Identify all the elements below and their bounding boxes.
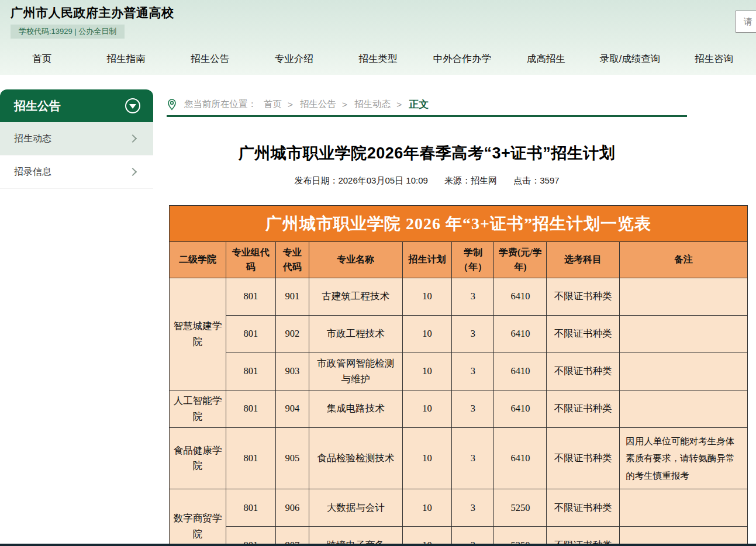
sidebar-item[interactable]: 招生动态	[0, 122, 153, 155]
major-cell: 古建筑工程技术	[309, 278, 402, 316]
group-code-cell: 801	[226, 353, 275, 391]
search-input[interactable]: 请	[735, 11, 756, 33]
major-code-cell: 903	[275, 353, 309, 391]
nav-item[interactable]: 招生咨询	[672, 44, 756, 75]
nav-item[interactable]: 成高招生	[504, 44, 588, 75]
years-cell: 3	[452, 428, 494, 489]
tuition-cell: 6410	[494, 391, 547, 428]
table-title: 广州城市职业学院 2026 年“3+证书”招生计划一览表	[170, 206, 748, 242]
school-code-badge: 学校代码:13929 | 公办全日制	[11, 25, 125, 39]
chevron-right-icon	[129, 134, 137, 143]
breadcrumb-prefix: 您当前所在位置：	[184, 98, 257, 110]
remark-cell: 因用人单位可能对考生身体素质有要求，请转氨酶异常的考生慎重报考	[620, 428, 748, 489]
breadcrumb-current: 正文	[409, 98, 429, 111]
major-cell: 大数据与会计	[309, 489, 402, 527]
plan-cell: 10	[402, 316, 452, 353]
years-cell: 3	[452, 316, 494, 353]
group-code-cell: 801	[226, 316, 275, 353]
breadcrumb-separator: >	[396, 99, 402, 110]
tuition-cell: 6410	[494, 316, 547, 353]
top-banner: 广州市人民政府主办普通高校 学校代码:13929 | 公办全日制 请 首页招生指…	[0, 0, 756, 75]
table-row: 食品健康学院801905食品检验检测技术1036410不限证书种类因用人单位可能…	[170, 428, 748, 489]
bottom-edge-bar	[0, 544, 756, 546]
group-code-cell: 801	[226, 391, 275, 428]
major-code-cell: 905	[275, 428, 309, 489]
column-header: 专业组代码	[226, 242, 275, 278]
sidebar-item-label: 招录信息	[14, 166, 51, 178]
nav-item[interactable]: 专业介绍	[252, 44, 336, 75]
search-placeholder: 请	[744, 16, 752, 27]
breadcrumb: 您当前所在位置： 首页>招生公告>招生动态> 正文	[167, 94, 687, 117]
plan-cell: 10	[402, 278, 452, 316]
remark-cell	[620, 353, 748, 391]
subjects-cell: 不限证书种类	[547, 316, 620, 353]
years-cell: 3	[452, 278, 494, 316]
sidebar-header[interactable]: 招生公告	[0, 89, 153, 122]
table-row: 801902市政工程技术1036410不限证书种类	[170, 316, 748, 353]
site-title: 广州市人民政府主办普通高校	[11, 5, 174, 21]
remark-cell	[620, 278, 748, 316]
years-cell: 3	[452, 391, 494, 428]
admission-plan-table: 广州城市职业学院 2026 年“3+证书”招生计划一览表 二级学院专业组代码专业…	[169, 205, 748, 546]
nav-item[interactable]: 招生公告	[168, 44, 252, 75]
college-cell: 人工智能学院	[170, 391, 226, 428]
college-cell: 食品健康学院	[170, 428, 226, 489]
plan-cell: 10	[402, 391, 452, 428]
tuition-cell: 6410	[494, 278, 547, 316]
years-cell: 3	[452, 489, 494, 527]
column-header: 备注	[620, 242, 748, 278]
click-count: 点击：3597	[513, 175, 559, 185]
breadcrumb-links: 首页>招生公告>招生动态>	[257, 98, 402, 110]
breadcrumb-link[interactable]: 招生动态	[354, 98, 391, 110]
years-cell: 3	[452, 353, 494, 391]
plan-cell: 10	[402, 489, 452, 527]
breadcrumb-link[interactable]: 首页	[264, 98, 282, 110]
subjects-cell: 不限证书种类	[547, 353, 620, 391]
column-header: 专业代码	[275, 242, 309, 278]
table-header-row: 二级学院专业组代码专业代码专业名称招生计划学制（年）学费(元/学年)选考科目备注	[170, 242, 748, 278]
main-nav: 首页招生指南招生公告专业介绍招生类型中外合作办学成高招生录取/成绩查询招生咨询	[0, 44, 756, 75]
sidebar-item[interactable]: 招录信息	[0, 155, 153, 189]
college-cell: 智慧城建学院	[170, 278, 226, 391]
column-header: 学制（年）	[452, 242, 494, 278]
nav-item[interactable]: 中外合作办学	[420, 44, 504, 75]
article-meta: 发布日期：2026年03月05日 10:09 来源：招生网 点击：3597	[167, 175, 687, 186]
major-code-cell: 902	[275, 316, 309, 353]
subjects-cell: 不限证书种类	[547, 489, 620, 527]
chevron-right-icon	[129, 168, 137, 176]
table-row: 801903市政管网智能检测与维护1036410不限证书种类	[170, 353, 748, 391]
group-code-cell: 801	[226, 489, 275, 527]
breadcrumb-link[interactable]: 招生公告	[300, 98, 336, 110]
major-cell: 市政管网智能检测与维护	[309, 353, 402, 391]
tuition-cell: 5250	[494, 489, 547, 527]
major-code-cell: 904	[275, 391, 309, 428]
table-row: 数字商贸学院801906大数据与会计1035250不限证书种类	[170, 489, 748, 527]
article-title: 广州城市职业学院2026年春季高考“3+证书”招生计划	[167, 143, 687, 164]
column-header: 招生计划	[402, 242, 452, 278]
major-cell: 市政工程技术	[309, 316, 402, 353]
nav-item[interactable]: 首页	[0, 44, 84, 75]
sidebar-items: 招生动态招录信息	[0, 122, 153, 189]
table-row: 智慧城建学院801901古建筑工程技术1036410不限证书种类	[170, 278, 748, 316]
remark-cell	[620, 316, 748, 353]
nav-item[interactable]: 招生类型	[336, 44, 420, 75]
sidebar-title: 招生公告	[14, 98, 61, 114]
subjects-cell: 不限证书种类	[547, 428, 620, 489]
publish-date: 发布日期：2026年03月05日 10:09	[294, 175, 427, 185]
major-code-cell: 906	[275, 489, 309, 527]
column-header: 选考科目	[547, 242, 620, 278]
nav-item[interactable]: 录取/成绩查询	[588, 44, 672, 75]
tuition-cell: 6410	[494, 428, 547, 489]
nav-item[interactable]: 招生指南	[84, 44, 168, 75]
location-pin-icon	[167, 98, 177, 111]
plan-table-body: 智慧城建学院801901古建筑工程技术1036410不限证书种类801902市政…	[170, 278, 748, 546]
table-row: 人工智能学院801904集成电路技术1036410不限证书种类	[170, 391, 748, 428]
group-code-cell: 801	[226, 428, 275, 489]
college-cell: 数字商贸学院	[170, 489, 226, 546]
collapse-circle-icon[interactable]	[125, 98, 140, 113]
group-code-cell: 801	[226, 278, 275, 316]
subjects-cell: 不限证书种类	[547, 278, 620, 316]
subjects-cell: 不限证书种类	[547, 391, 620, 428]
tuition-cell: 6410	[494, 353, 547, 391]
plan-cell: 10	[402, 428, 452, 489]
